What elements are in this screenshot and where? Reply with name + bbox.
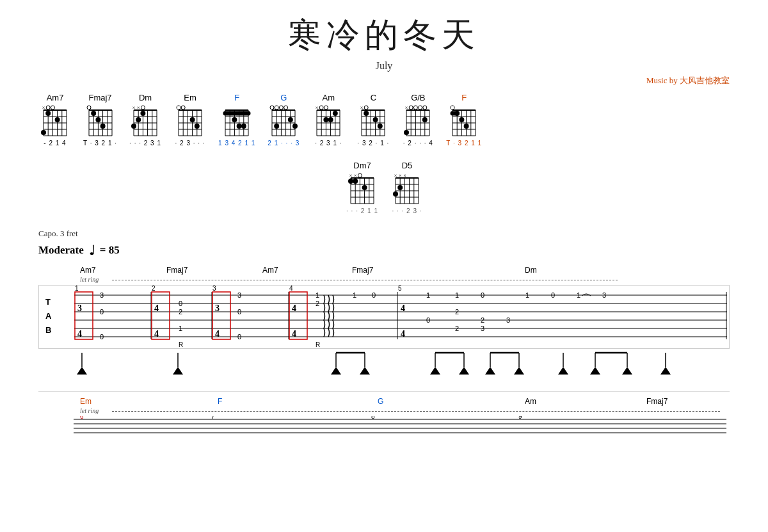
svg-point-108: [324, 117, 329, 122]
let-ring-dashes-2: [112, 411, 720, 412]
chord-grid: [220, 105, 253, 138]
svg-marker-275: [485, 367, 495, 375]
svg-marker-270: [430, 367, 440, 375]
svg-text:3: 3: [506, 316, 510, 324]
svg-text:3: 3: [77, 303, 82, 313]
svg-text:0: 0: [551, 291, 555, 299]
chord-label-em: Em: [80, 397, 92, 406]
svg-text:×: ×: [405, 105, 408, 111]
svg-point-141: [422, 117, 428, 122]
chord-grid: ×: [312, 105, 345, 138]
svg-text:4: 4: [401, 303, 405, 313]
chord-diagram-f: F T · 3 2 1 1: [446, 93, 482, 147]
svg-point-145: [414, 106, 418, 109]
svg-point-44: [136, 117, 141, 122]
chord-diagram-g: G 2 1 · · · 3: [267, 93, 300, 147]
tempo-bpm: = 85: [100, 244, 120, 257]
svg-marker-260: [77, 367, 87, 375]
chord-diagram-am: Am × · 2 3 1 ·: [312, 93, 345, 147]
chord-label-am7-1: Am7: [80, 266, 96, 275]
svg-point-125: [364, 111, 369, 116]
note-symbol: ♩: [89, 243, 95, 258]
svg-point-175: [348, 179, 353, 184]
chord-grid: ×××: [390, 173, 424, 206]
svg-point-90: [275, 124, 280, 129]
chord-grid: [84, 105, 117, 138]
chord-fingers: 1 3 4 2 1 1: [218, 140, 255, 147]
svg-text:1: 1: [577, 291, 580, 299]
chord-name: F: [234, 93, 239, 102]
svg-text:×: ×: [360, 105, 364, 111]
svg-text:×: ×: [349, 173, 353, 179]
svg-marker-282: [590, 367, 600, 375]
svg-point-142: [404, 130, 409, 135]
svg-point-77: [237, 124, 242, 129]
let-ring-label-2: let ring: [80, 407, 99, 414]
svg-point-11: [55, 117, 60, 122]
svg-text:3: 3: [237, 291, 241, 299]
svg-text:0: 0: [426, 316, 430, 324]
svg-point-176: [353, 179, 358, 184]
svg-text:3: 3: [481, 325, 484, 332]
svg-point-193: [397, 185, 403, 190]
title-section: 寒冷的冬天 July: [38, 13, 730, 72]
svg-text:0: 0: [100, 333, 104, 341]
chord-fingers: - 2 1 4: [44, 140, 66, 147]
svg-text:7: 7: [211, 416, 215, 420]
chord-diagram-row2-d5: D5 ××× · · · 2 3 ·: [390, 161, 424, 214]
svg-text:R: R: [179, 341, 183, 348]
chord-fingers: · 2 3 · · ·: [175, 140, 205, 147]
page: 寒冷的冬天 July Music by 大风吉他教室 Am7 × - 2 1 4…: [0, 0, 768, 448]
svg-point-43: [131, 124, 136, 129]
svg-point-112: [320, 106, 324, 109]
svg-point-144: [410, 106, 413, 109]
svg-text:2: 2: [481, 316, 484, 324]
tab-section: Am7 Fmaj7 Am7 Fmaj7 Dm let ring T A B: [38, 266, 730, 378]
svg-point-16: [51, 106, 54, 109]
svg-point-30: [100, 124, 105, 129]
svg-point-110: [333, 111, 338, 116]
chord-diagram-c: C × · 3 2 · 1 ·: [356, 93, 390, 147]
svg-text:1: 1: [525, 291, 529, 299]
svg-text:4: 4: [292, 303, 296, 313]
chord-grid: [173, 105, 207, 138]
svg-text:R: R: [316, 341, 320, 348]
svg-point-45: [140, 111, 145, 116]
svg-text:0: 0: [237, 333, 241, 341]
rhythm-row-1: [38, 350, 730, 378]
capo-line: Capo. 3 fret: [38, 229, 730, 239]
svg-text:0: 0: [179, 300, 182, 307]
svg-text:4: 4: [292, 329, 296, 339]
svg-marker-277: [514, 367, 524, 375]
svg-text:×: ×: [403, 173, 406, 179]
svg-point-63: [181, 106, 185, 109]
tempo-label: Moderate: [38, 244, 84, 257]
svg-point-92: [292, 124, 298, 129]
rhythm-svg-1: [38, 350, 730, 378]
chord-grid: [447, 105, 481, 138]
chord-diagram-row2-dm7: Dm7 ×× · · · 2 1 1: [346, 161, 379, 214]
svg-text:×: ×: [354, 173, 357, 179]
svg-text:2: 2: [455, 308, 459, 316]
chord-name: F: [461, 93, 467, 102]
chord-fingers: · · · 2 1 1: [346, 207, 378, 214]
svg-text:8: 8: [371, 416, 375, 420]
svg-point-146: [419, 106, 422, 109]
svg-text:3: 3: [212, 285, 216, 292]
svg-marker-262: [173, 367, 183, 375]
chord-name: Am: [323, 93, 335, 102]
svg-point-160: [454, 111, 460, 116]
chord-area-row2: Dm7 ×× · · · 2 1 1 D5 ××× · · · 2 3 ·: [346, 161, 730, 222]
svg-point-93: [270, 106, 274, 109]
svg-text:5: 5: [398, 285, 402, 292]
chord-label-fmaj7-1: Fmaj7: [166, 266, 188, 275]
let-ring-row-1: let ring: [38, 276, 730, 285]
svg-marker-279: [558, 367, 568, 375]
svg-point-129: [365, 106, 369, 109]
svg-point-15: [46, 106, 50, 109]
chord-label-fmaj7-bottom: Fmaj7: [646, 397, 668, 406]
svg-point-109: [328, 117, 333, 122]
svg-text:2: 2: [316, 300, 319, 307]
svg-text:1: 1: [455, 291, 459, 299]
svg-text:0: 0: [481, 291, 484, 299]
